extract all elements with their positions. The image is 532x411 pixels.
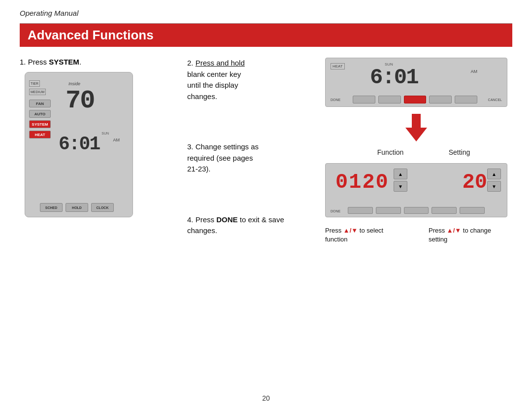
page-number: 20 [262,394,270,402]
dp-btn-empty-2[interactable] [378,96,401,103]
dp-am-label: AM [471,69,478,74]
dp-heat-label: HEAT [331,63,345,69]
setting-label: Setting [449,148,470,156]
hold-button[interactable]: HOLD [66,203,88,212]
step-1-label: 1. Press SYSTEM. [20,58,177,66]
am-label: AM [113,137,120,142]
bottom-labels-row: Press ▲/▼ to select function Press ▲/▼ t… [325,226,507,244]
func-setting-labels: Function Setting [325,148,507,156]
sched-button[interactable]: SCHED [40,203,63,212]
top-display-panel: HEAT SUN 6:01 AM DONE CANCEL [325,58,507,107]
red-arrow-container [325,114,507,141]
step-3-block: 3. Change settings asrequired (see pages… [187,141,315,175]
setting-value: 20 [463,171,487,194]
bdp-btn-4[interactable] [432,207,457,214]
middle-column: 2. Press and hold blank center keyuntil … [177,58,315,251]
setting-ud-buttons: ▲ ▼ [487,169,501,192]
section-title: Advanced Functions [28,28,504,43]
page-header: Operating Manual [0,0,532,20]
setting-down-button[interactable]: ▼ [487,181,501,192]
setting-up-button[interactable]: ▲ [487,169,501,179]
sun-label: SUN [101,132,109,135]
thermostat-illustration: TIER MEDIUM Inside 70 FAN AUTO SYSTEM HE… [25,72,133,217]
step-2-text: 2. Press and hold blank center keyuntil … [187,58,315,102]
tier-label: TIER [29,80,40,87]
step-2-block: 2. Press and hold blank center keyuntil … [187,58,315,102]
bottom-buttons: SCHED HOLD CLOCK [40,203,114,212]
change-setting-label: Press ▲/▼ to change setting [429,226,507,244]
heat-button[interactable]: HEAT [29,131,51,138]
right-column: HEAT SUN 6:01 AM DONE CANCEL Function [315,58,512,251]
fan-button[interactable]: FAN [29,100,51,107]
step-4-block: 4. Press DONE to exit & save changes. [187,214,315,237]
dp-btn-red[interactable] [404,96,427,103]
arrow-head [405,128,427,141]
dp-btn-empty-1[interactable] [353,96,375,103]
dp-done-label: DONE [331,98,340,102]
inside-label: Inside [68,81,80,86]
big-temp-display: 70 [66,86,94,115]
bdp-btn-5[interactable] [460,207,485,214]
dp-btn-empty-4[interactable] [455,96,477,103]
function-label: Function [377,148,404,156]
step-4-text: 4. Press DONE to exit & save changes. [187,214,315,237]
bdp-buttons-row [348,207,485,214]
bdp-btn-1[interactable] [348,207,373,214]
auto-button[interactable]: AUTO [29,110,51,118]
function-ud-buttons: ▲ ▼ [394,169,407,192]
dp-btn-empty-3[interactable] [429,96,452,103]
dp-buttons-row [353,96,477,103]
medium-label: MEDIUM [29,89,46,95]
small-time-display: SUN 6:01 AM [55,131,124,155]
left-column: 1. Press SYSTEM. TIER MEDIUM Inside 70 F… [20,58,177,251]
main-content: 1. Press SYSTEM. TIER MEDIUM Inside 70 F… [0,47,532,256]
function-up-button[interactable]: ▲ [394,169,407,179]
thermostat-time: 6:01 [59,134,100,155]
system-button[interactable]: SYSTEM [29,120,51,128]
function-down-button[interactable]: ▼ [394,181,407,192]
select-function-label: Press ▲/▼ to select function [325,226,404,244]
arrow-stem [412,114,421,128]
bottom-display-panel: 0120 20 ▲ ▼ ▲ ▼ DONE [325,163,507,217]
bdp-done-label: DONE [331,209,340,213]
red-arrow [405,114,427,141]
dp-time: 6:01 [370,65,418,90]
dp-cancel-label: CANCEL [488,98,502,102]
function-value: 0120 [335,171,389,194]
manual-title: Operating Manual [20,9,512,17]
bdp-btn-3[interactable] [404,207,429,214]
clock-button[interactable]: CLOCK [91,203,114,212]
step-3-text: 3. Change settings asrequired (see pages… [187,141,315,175]
section-title-bar: Advanced Functions [20,24,512,47]
bdp-btn-2[interactable] [376,207,401,214]
